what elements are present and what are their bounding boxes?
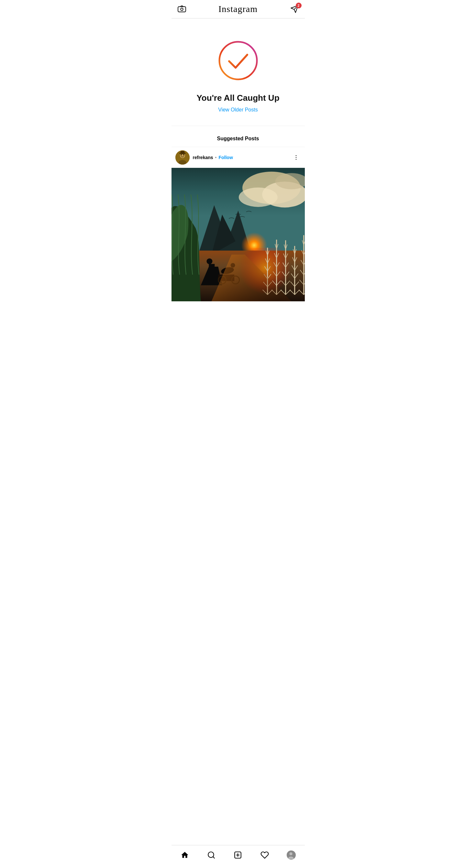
svg-point-1 bbox=[180, 8, 183, 11]
view-older-posts-link[interactable]: View Older Posts bbox=[218, 107, 258, 113]
notification-badge: 2 bbox=[296, 3, 302, 8]
post-username[interactable]: refrekans bbox=[193, 155, 213, 160]
svg-point-13 bbox=[296, 157, 297, 158]
camera-button[interactable] bbox=[177, 4, 187, 14]
more-options-button[interactable] bbox=[291, 153, 301, 162]
suggested-post: refrekans • Follow bbox=[171, 147, 305, 301]
caught-up-title: You're All Caught Up bbox=[196, 93, 279, 103]
post-username-row: refrekans • Follow bbox=[193, 155, 233, 160]
follow-button[interactable]: Follow bbox=[218, 155, 233, 160]
svg-rect-11 bbox=[180, 151, 184, 154]
svg-point-8 bbox=[180, 154, 182, 156]
post-image[interactable] bbox=[171, 168, 305, 301]
svg-point-4 bbox=[219, 42, 257, 80]
caught-up-circle bbox=[215, 38, 261, 83]
suggested-posts-title: Suggested Posts bbox=[171, 136, 305, 147]
app-header: Instagram 2 bbox=[171, 0, 305, 19]
svg-point-14 bbox=[296, 159, 297, 160]
app-title: Instagram bbox=[218, 4, 258, 14]
caught-up-section: You're All Caught Up View Older Posts bbox=[171, 19, 305, 126]
post-header: refrekans • Follow bbox=[171, 147, 305, 168]
suggested-posts-section: Suggested Posts bbox=[171, 126, 305, 301]
user-avatar[interactable] bbox=[175, 150, 190, 164]
svg-point-12 bbox=[296, 155, 297, 156]
direct-messages-button[interactable]: 2 bbox=[289, 4, 300, 14]
dot-separator: • bbox=[215, 155, 217, 160]
post-user-info: refrekans • Follow bbox=[175, 150, 233, 164]
svg-rect-0 bbox=[178, 6, 186, 12]
svg-point-9 bbox=[183, 154, 184, 156]
